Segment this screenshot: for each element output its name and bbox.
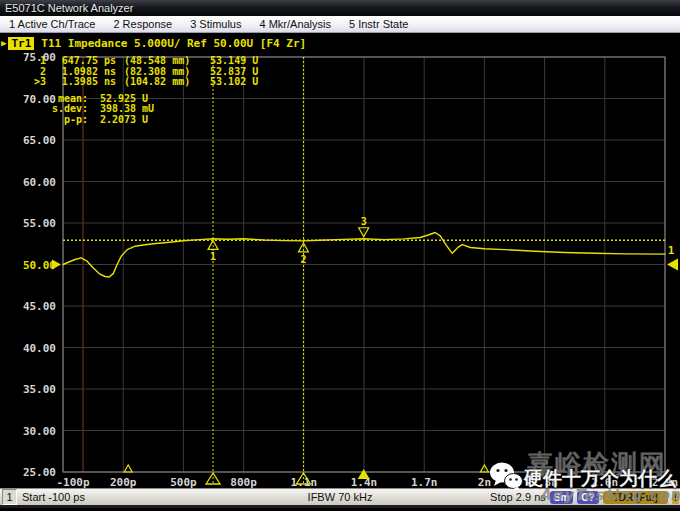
chart-area: 75.0070.0065.0060.0055.0050.0045.0040.00… <box>0 51 680 488</box>
x-tick-label: 500p <box>170 476 197 488</box>
trace-number-right-label: 1 <box>668 244 675 257</box>
marker-number: >3 <box>30 77 46 88</box>
menu-mkr-analysis[interactable]: 4 Mkr/Analysis <box>250 18 340 30</box>
menu-instr-state[interactable]: 5 Instr State <box>340 18 417 30</box>
stat-pp: p-p: 2.2073 U <box>30 115 258 126</box>
x-tick-label: 1.7n <box>411 476 438 488</box>
y-tick-label: 45.00 <box>23 300 56 313</box>
menu-bar: 1 Active Ch/Trace 2 Response 3 Stimulus … <box>0 16 680 33</box>
trace1-badge[interactable]: Tr1 <box>8 37 34 50</box>
smoothing-badge: Sm <box>550 491 574 504</box>
marker-distance: (48.548 mm) <box>124 56 190 67</box>
x-tick-label: 1.1n <box>291 476 318 488</box>
window-titlebar: E5071C Network Analyzer <box>0 0 680 16</box>
marker-3-label: 3 <box>361 216 367 227</box>
y-tick-label: 55.00 <box>23 217 56 230</box>
stat-value: 2.2073 <box>88 115 136 126</box>
marker-table: 1 647.75 ps (48.548 mm) 53.149 U 2 1.098… <box>30 56 258 125</box>
menu-active-ch-trace[interactable]: 1 Active Ch/Trace <box>0 18 104 30</box>
stat-label: p-p: <box>30 115 88 126</box>
stat-unit: U <box>142 115 148 126</box>
x-tick-label: 200p <box>110 476 137 488</box>
trace-title-bar: ▶ Tr1 T11 Impedance 5.000U/ Ref 50.00U [… <box>0 35 680 51</box>
marker-value: 53.102 U <box>192 77 258 88</box>
menu-stimulus[interactable]: 3 Stimulus <box>181 18 250 30</box>
window-title: E5071C Network Analyzer <box>5 2 133 14</box>
y-tick-label: 40.00 <box>23 342 56 355</box>
y-tick-label: 30.00 <box>23 425 56 438</box>
ref-level-arrow-right-icon[interactable] <box>667 259 678 271</box>
status-bar: 1 Start -100 ps IFBW 70 kHz Stop 2.9 ns … <box>0 488 680 508</box>
marker-row-3-active: >3 1.3985 ns (104.82 mm) 53.102 U <box>30 77 258 88</box>
marker-3-active-stimulus-icon[interactable] <box>358 469 370 479</box>
sweep-stop-readout: Stop 2.9 ns <box>490 491 546 503</box>
stat-unit: mU <box>142 104 154 115</box>
y-tick-label: 25.00 <box>23 466 56 479</box>
ref-level-arrow-left-icon[interactable] <box>52 260 61 270</box>
channel-number-box: 1 <box>2 489 17 505</box>
gate-marker-icon[interactable] <box>124 465 132 472</box>
marker-1-label: 1 <box>210 251 216 262</box>
marker-distance: (104.82 mm) <box>124 77 190 88</box>
marker-2-label: 2 <box>300 254 306 265</box>
stat-sdev: s.dev: 398.38 mU <box>30 104 258 115</box>
marker-value: 53.149 U <box>192 56 258 67</box>
x-tick-label: 2.3n <box>531 476 558 488</box>
marker-time: 647.75 ps <box>46 56 116 67</box>
x-tick-label: 800p <box>230 476 257 488</box>
x-tick-label: -100p <box>56 476 89 488</box>
y-tick-label: 50.00 <box>23 259 56 272</box>
menu-response[interactable]: 2 Response <box>104 18 181 30</box>
marker-statistics: mean: 52.925 U s.dev: 398.38 mU p-p: 2.2… <box>30 94 258 126</box>
alert-badge: ! <box>672 491 679 504</box>
x-tick-label: 2.6n <box>592 476 619 488</box>
stat-value: 398.38 <box>88 104 136 115</box>
x-tick-label: 2.9n <box>652 476 679 488</box>
marker-row-1: 1 647.75 ps (48.548 mm) 53.149 U <box>30 56 258 67</box>
sweep-start-readout: Start -100 ps <box>22 491 85 503</box>
stat-label: s.dev: <box>30 104 88 115</box>
marker-number: 1 <box>30 56 46 67</box>
instrument-screen: E5071C Network Analyzer 1 Active Ch/Trac… <box>0 0 680 511</box>
correction-badge: C? <box>577 491 598 504</box>
trace-title: T11 Impedance 5.000U/ Ref 50.00U [F4 Zr] <box>41 37 306 50</box>
tdr-mode-badge: TDR [Ful] <box>603 491 668 504</box>
y-tick-label: 35.00 <box>23 383 56 396</box>
active-trace-arrow-icon: ▶ <box>1 38 6 48</box>
x-tick-label: 2n <box>478 476 491 488</box>
y-tick-label: 60.00 <box>23 176 56 189</box>
status-right-group: Stop 2.9 ns Sm C? TDR [Ful] ! <box>490 491 680 504</box>
y-tick-label: 65.00 <box>23 134 56 147</box>
marker-time: 1.3985 ns <box>46 77 116 88</box>
